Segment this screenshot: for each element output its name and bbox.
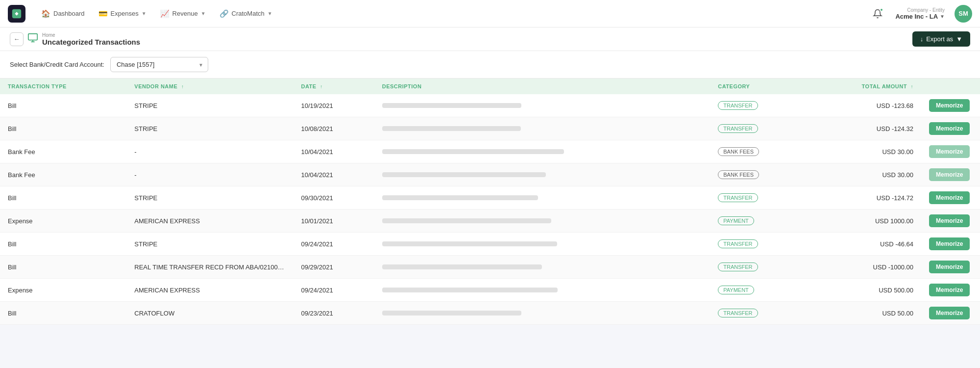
table-header: TRANSACTION TYPE VENDOR NAME ↑ DATE ↑ DE…: [0, 79, 980, 94]
memorize-button[interactable]: Memorize: [929, 191, 970, 204]
cell-type: Bill: [0, 94, 126, 117]
cell-action: Memorize: [921, 163, 980, 186]
cell-action: Memorize: [921, 94, 980, 117]
cell-type: Bill: [0, 186, 126, 210]
description-bar: [382, 264, 703, 269]
description-placeholder: [382, 172, 546, 177]
description-placeholder: [382, 288, 558, 292]
cell-vendor: -: [126, 140, 293, 163]
cell-description: [374, 94, 710, 117]
cell-date: 09/30/2021: [294, 186, 374, 210]
description-placeholder: [382, 195, 538, 200]
nav-dashboard[interactable]: 🏠 Dashboard: [35, 6, 91, 21]
description-bar: [382, 311, 703, 315]
nav-revenue[interactable]: 📈 Revenue ▼: [154, 6, 212, 21]
company-entity-selector[interactable]: Company - Entity Acme Inc - LA ▼: [891, 5, 949, 22]
cell-amount: USD -124.72: [807, 186, 921, 210]
table-row: Bill STRIPE 09/30/2021 TRANSFER USD -124…: [0, 186, 980, 210]
cell-type: Bill: [0, 256, 126, 279]
memorize-button[interactable]: Memorize: [929, 99, 970, 112]
export-button[interactable]: ↓ Export as ▼: [912, 31, 970, 47]
expenses-icon: 💳: [98, 9, 108, 18]
description-placeholder: [382, 311, 521, 315]
svg-rect-1: [28, 34, 37, 40]
cell-date: 09/29/2021: [294, 256, 374, 279]
nav-links: 🏠 Dashboard 💳 Expenses ▼ 📈 Revenue ▼ 🔗 C…: [35, 6, 870, 21]
cell-amount: USD -46.64: [807, 233, 921, 256]
col-date[interactable]: DATE ↑: [294, 79, 374, 94]
cell-description: [374, 279, 710, 302]
cell-vendor: -: [126, 163, 293, 186]
table-row: Bill Cratoflow 09/23/2021 TRANSFER USD 5…: [0, 302, 980, 325]
cell-action: Memorize: [921, 140, 980, 163]
date-sort-icon: ↑: [320, 84, 323, 89]
memorize-button[interactable]: Memorize: [929, 214, 970, 227]
avatar[interactable]: SM: [955, 5, 972, 23]
cell-description: [374, 233, 710, 256]
memorize-button[interactable]: Memorize: [929, 168, 970, 181]
description-bar: [382, 103, 703, 108]
memorize-button[interactable]: Memorize: [929, 122, 970, 135]
nav-dashboard-label: Dashboard: [53, 10, 85, 17]
breadcrumb-home: Home: [42, 32, 140, 38]
bank-account-select[interactable]: Chase [1557] Bank of America [2341] Well…: [110, 57, 208, 72]
col-vendor-name[interactable]: VENDOR NAME ↑: [126, 79, 293, 94]
nav-expenses[interactable]: 💳 Expenses ▼: [93, 6, 152, 21]
memorize-button[interactable]: Memorize: [929, 145, 970, 158]
expenses-caret: ▼: [142, 11, 147, 16]
nav-cratomatch-label: CratoMatch: [232, 10, 265, 17]
filter-bar: Select Bank/Credit Card Account: Chase […: [0, 51, 980, 79]
top-nav-right: Company - Entity Acme Inc - LA ▼ SM: [870, 5, 972, 23]
cell-description: [374, 256, 710, 279]
cell-amount: USD -124.32: [807, 117, 921, 140]
cell-action: Memorize: [921, 256, 980, 279]
table-row: Expense AMERICAN EXPRESS 09/24/2021 PAYM…: [0, 279, 980, 302]
table-row: Bank Fee - 10/04/2021 BANK FEES USD 30.0…: [0, 140, 980, 163]
memorize-button[interactable]: Memorize: [929, 261, 970, 273]
amount-sort-icon: ↑: [911, 84, 914, 89]
header-row: TRANSACTION TYPE VENDOR NAME ↑ DATE ↑ DE…: [0, 79, 980, 94]
category-badge: BANK FEES: [718, 147, 759, 156]
cell-category: TRANSFER: [710, 256, 807, 279]
category-badge: TRANSFER: [718, 193, 758, 202]
cell-category: TRANSFER: [710, 117, 807, 140]
back-button[interactable]: ←: [10, 32, 24, 46]
cell-action: Memorize: [921, 186, 980, 210]
description-bar: [382, 172, 703, 177]
breadcrumb-text: Home Uncategorized Transactions: [42, 32, 140, 46]
col-transaction-type: TRANSACTION TYPE: [0, 79, 126, 94]
breadcrumb-area: ← Home Uncategorized Transactions: [10, 32, 140, 46]
notification-bell[interactable]: [870, 6, 885, 22]
description-bar: [382, 288, 703, 292]
cell-date: 09/23/2021: [294, 302, 374, 325]
description-placeholder: [382, 126, 521, 131]
table-body: Bill STRIPE 10/19/2021 TRANSFER USD -123…: [0, 94, 980, 325]
cell-description: [374, 140, 710, 163]
cell-action: Memorize: [921, 210, 980, 233]
description-bar: [382, 195, 703, 200]
category-badge: TRANSFER: [718, 239, 758, 248]
export-caret: ▼: [956, 35, 962, 43]
col-total-amount[interactable]: TOTAL AMOUNT ↑: [807, 79, 921, 94]
cell-type: Expense: [0, 279, 126, 302]
memorize-button[interactable]: Memorize: [929, 237, 970, 250]
description-placeholder: [382, 103, 521, 108]
category-badge: TRANSFER: [718, 124, 758, 133]
transactions-table-container: TRANSACTION TYPE VENDOR NAME ↑ DATE ↑ DE…: [0, 79, 980, 325]
nav-cratomatch[interactable]: 🔗 CratoMatch ▼: [214, 6, 278, 21]
table-row: Bill STRIPE 10/08/2021 TRANSFER USD -124…: [0, 117, 980, 140]
bank-account-select-wrapper: Chase [1557] Bank of America [2341] Well…: [110, 57, 208, 72]
cell-action: Memorize: [921, 233, 980, 256]
cell-description: [374, 117, 710, 140]
cell-date: 09/24/2021: [294, 233, 374, 256]
cell-category: PAYMENT: [710, 279, 807, 302]
cell-date: 09/24/2021: [294, 279, 374, 302]
memorize-button[interactable]: Memorize: [929, 284, 970, 296]
description-placeholder: [382, 241, 557, 246]
cell-amount: USD 50.00: [807, 302, 921, 325]
app-logo[interactable]: [8, 5, 25, 23]
cratomatch-icon: 🔗: [220, 9, 229, 18]
category-badge: TRANSFER: [718, 263, 758, 271]
cell-description: [374, 163, 710, 186]
memorize-button[interactable]: Memorize: [929, 307, 970, 319]
